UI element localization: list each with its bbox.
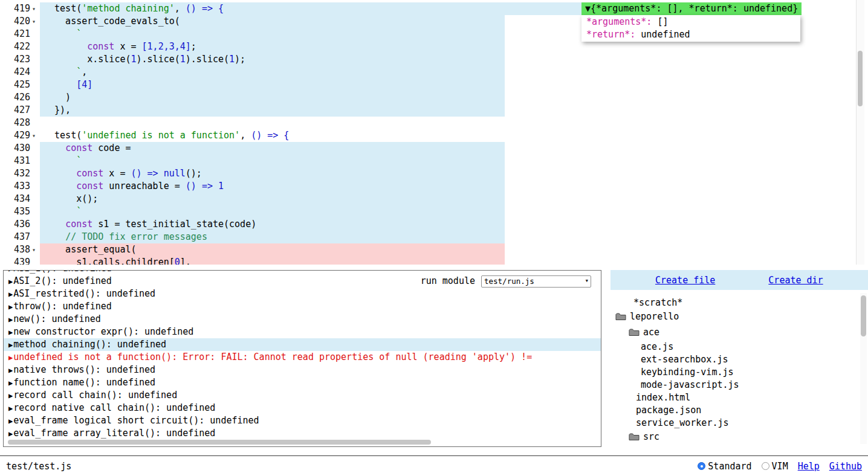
- code-line[interactable]: 425 [4]: [0, 79, 855, 91]
- file-tree-item[interactable]: keybinding-vim.js: [611, 365, 868, 378]
- code-line[interactable]: 434 x();: [0, 193, 855, 205]
- code-line[interactable]: 439 s1.calls.children[0],: [0, 256, 855, 265]
- gutter: 430: [0, 142, 40, 155]
- code-line[interactable]: 419▾ test('method chaining', () => {▼{*a…: [0, 2, 855, 15]
- create-dir-link[interactable]: Create dir: [768, 275, 823, 286]
- expand-triangle-icon[interactable]: ▶: [8, 290, 13, 298]
- file-tree-item[interactable]: src: [611, 429, 868, 445]
- file-tree-item[interactable]: leporello: [611, 309, 868, 324]
- create-file-link[interactable]: Create file: [655, 275, 715, 286]
- code-token: assert_code_evals_to(: [44, 16, 180, 27]
- inline-result-chip[interactable]: ▼{*arguments*: [], *return*: undefined}: [581, 2, 802, 15]
- console-row[interactable]: ▶eval_frame array_literal(): undefined: [4, 427, 601, 440]
- console-row[interactable]: ▶new(): undefined: [4, 313, 601, 326]
- code-line[interactable]: 433 const unreachable = () => 1: [0, 180, 855, 193]
- gutter: 424: [0, 66, 40, 79]
- editor-scrollbar-thumb[interactable]: [858, 51, 863, 106]
- file-tree-item[interactable]: index.html: [611, 391, 868, 404]
- expand-triangle-icon[interactable]: ▶: [8, 353, 13, 362]
- console-row[interactable]: ▶function name(): undefined: [4, 376, 601, 389]
- console-row-text: eval_frame logical short circuit(): unde…: [13, 415, 259, 426]
- console-row[interactable]: ▶throw(): undefined: [4, 300, 601, 313]
- file-tree-item[interactable]: ast_utils.js: [611, 445, 868, 447]
- file-tree-item[interactable]: mode-javascript.js: [611, 378, 868, 391]
- github-link[interactable]: Github: [829, 461, 862, 472]
- expand-triangle-icon[interactable]: ▶: [8, 404, 13, 413]
- file-tree-item[interactable]: ace: [611, 324, 868, 340]
- file-tree-item[interactable]: package.json: [611, 404, 868, 416]
- expand-triangle-icon[interactable]: ▶: [8, 270, 13, 273]
- code-line[interactable]: 428: [0, 117, 855, 129]
- gutter: 437: [0, 231, 40, 243]
- expand-triangle-icon[interactable]: ▶: [8, 328, 13, 336]
- code-line[interactable]: 438▾ assert_equal(: [0, 243, 855, 256]
- code-token: x =: [114, 41, 141, 52]
- code-token: [44, 155, 76, 166]
- gutter: 419▾: [0, 2, 40, 15]
- expand-triangle-icon[interactable]: ▶: [8, 417, 13, 425]
- file-tree-item-label: service_worker.js: [636, 417, 729, 428]
- code-token: ): [44, 92, 71, 103]
- line-number: 433: [0, 180, 30, 193]
- console-row[interactable]: ▶undefined is not a function(): Error: F…: [4, 351, 601, 364]
- code-line[interactable]: 435 `: [0, 205, 855, 218]
- run-module-select[interactable]: test/run.js: [481, 275, 591, 288]
- file-tree-item-label: package.json: [636, 405, 701, 416]
- console-horizontal-scrollbar-thumb[interactable]: [8, 440, 431, 445]
- files-scrollbar-thumb[interactable]: [861, 295, 866, 336]
- expand-triangle-icon[interactable]: ▶: [8, 391, 13, 400]
- expand-triangle-icon[interactable]: ▶: [8, 315, 13, 324]
- code-line[interactable]: 422 const x = [1,2,3,4];: [0, 40, 855, 53]
- code-editor[interactable]: 419▾ test('method chaining', () => {▼{*a…: [0, 0, 855, 265]
- console-row[interactable]: ▶method chaining(): undefined: [4, 338, 601, 351]
- code-token: [44, 219, 65, 230]
- code-line[interactable]: 427 }),: [0, 104, 855, 117]
- expand-triangle-icon[interactable]: ▶: [8, 429, 13, 438]
- file-tree: *scratch*leporelloaceace.jsext-searchbox…: [611, 290, 868, 447]
- expand-triangle-icon[interactable]: ▶: [8, 341, 13, 349]
- expand-triangle-icon[interactable]: ▶: [8, 379, 13, 387]
- code-line[interactable]: 429▾ test('undefined is not a function',…: [0, 129, 855, 142]
- file-tree-item-label: ext-searchbox.js: [641, 354, 728, 365]
- code-line[interactable]: 436 const s1 = test_initial_state(code): [0, 218, 855, 231]
- file-tree-item[interactable]: service_worker.js: [611, 416, 868, 429]
- console-row[interactable]: ▶new constructor expr(): undefined: [4, 326, 601, 338]
- code-line[interactable]: 423 x.slice(1).slice(1).slice(1);: [0, 53, 855, 66]
- run-module-select-wrap: test/run.js ▾: [481, 275, 591, 288]
- file-tree-item[interactable]: ace.js: [611, 340, 868, 353]
- code-token: [44, 66, 76, 77]
- editor-vertical-scrollbar[interactable]: [856, 0, 864, 265]
- console-row[interactable]: ▶record native call chain(): undefined: [4, 402, 601, 414]
- file-tree-item[interactable]: *scratch*: [611, 296, 868, 309]
- code-line[interactable]: 424 `,: [0, 66, 855, 79]
- keybinding-standard-option[interactable]: Standard: [698, 461, 751, 472]
- console-row[interactable]: ▶record call chain(): undefined: [4, 389, 601, 402]
- expand-triangle-icon[interactable]: ▶: [8, 277, 13, 286]
- code-line[interactable]: 431 `: [0, 155, 855, 167]
- radio-selected-icon[interactable]: [698, 462, 705, 470]
- keybinding-vim-option[interactable]: VIM: [762, 461, 788, 472]
- code-line[interactable]: 426 ): [0, 91, 855, 104]
- fold-marker-icon[interactable]: ▾: [32, 2, 40, 15]
- code-line[interactable]: 437 // TODO fix error messages: [0, 231, 855, 243]
- code-token: [44, 143, 65, 153]
- line-highlight: [40, 66, 505, 79]
- fold-marker-icon[interactable]: ▾: [32, 15, 40, 28]
- console-row[interactable]: ▶eval_frame logical short circuit(): und…: [4, 414, 601, 427]
- code-line[interactable]: 430 const code =: [0, 142, 855, 155]
- help-link[interactable]: Help: [798, 461, 820, 472]
- console-row[interactable]: ▶ASI_restrited(): undefined: [4, 288, 601, 300]
- expand-triangle-icon[interactable]: ▶: [8, 303, 13, 311]
- code-line-content: x.slice(1).slice(1).slice(1);: [44, 53, 245, 66]
- radio-unselected-icon[interactable]: [762, 462, 769, 470]
- code-line[interactable]: 432 const x = () => null();: [0, 167, 855, 180]
- expand-triangle-icon[interactable]: ▶: [8, 366, 13, 375]
- console-rows: ▶ASI_1(): undefined▶ASI_2(): undefined▶A…: [4, 272, 601, 440]
- fold-marker-icon[interactable]: ▾: [32, 243, 40, 256]
- console-row[interactable]: ▶ASI_1(): undefined: [4, 270, 601, 275]
- fold-marker-icon[interactable]: ▾: [32, 129, 40, 142]
- console-row[interactable]: ▶native throws(): undefined: [4, 364, 601, 376]
- code-token: ;: [191, 41, 196, 52]
- code-token: 'method chaining': [82, 3, 175, 14]
- file-tree-item[interactable]: ext-searchbox.js: [611, 353, 868, 365]
